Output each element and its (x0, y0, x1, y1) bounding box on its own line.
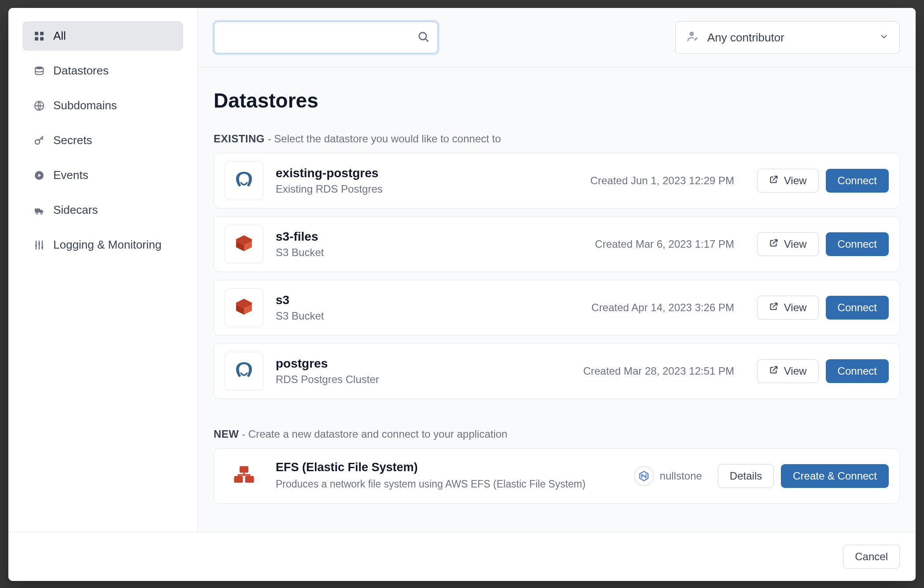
view-label: View (784, 301, 807, 314)
datastore-name: existing-postgres (276, 166, 425, 180)
view-button[interactable]: View (757, 232, 819, 256)
sidebar-item-events[interactable]: Events (22, 160, 183, 190)
sidebar-item-logging[interactable]: Logging & Monitoring (22, 230, 183, 260)
sidebar-item-label: Sidecars (53, 203, 98, 217)
sidebar-item-label: Logging & Monitoring (53, 238, 162, 252)
connect-button[interactable]: Connect (826, 169, 889, 193)
card-actions: View Connect (757, 359, 889, 383)
datastore-type: S3 Bucket (276, 310, 425, 322)
grid-icon (33, 31, 45, 41)
card-actions: View Connect (757, 232, 889, 256)
datastore-created: Created Mar 28, 2023 12:51 PM (438, 365, 745, 377)
card-info: existing-postgres Existing RDS Postgres (276, 166, 425, 195)
postgres-icon (225, 352, 263, 391)
details-button[interactable]: Details (718, 464, 774, 488)
datastore-type: S3 Bucket (276, 246, 425, 259)
chevron-down-icon (879, 32, 889, 43)
card-actions: View Connect (757, 169, 889, 193)
sidebar: All Datastores Subdomains Secrets Events (8, 8, 198, 532)
modal-backdrop: All Datastores Subdomains Secrets Events (0, 0, 924, 588)
sidebar-item-label: Secrets (53, 134, 92, 147)
external-link-icon (769, 365, 779, 377)
view-label: View (784, 365, 807, 377)
datastore-created: Created Jun 1, 2023 12:29 PM (438, 175, 745, 187)
s3-icon (225, 225, 263, 264)
postgres-icon (225, 161, 263, 200)
datastore-name: postgres (276, 357, 425, 371)
globe-icon (33, 100, 45, 111)
new-datastore-card: EFS (Elastic File System) Produces a net… (214, 448, 900, 504)
card-info: EFS (Elastic File System) Produces a net… (276, 461, 585, 491)
card-info: postgres RDS Postgres Cluster (276, 357, 425, 386)
efs-icon (225, 457, 263, 495)
card-actions: View Connect (757, 296, 889, 320)
settings-sliders-icon (33, 240, 45, 250)
contributor-label: Any contributor (707, 31, 871, 45)
main-panel: Any contributor Datastores EXISTING - Se… (198, 8, 916, 532)
search-wrap (214, 21, 438, 54)
view-label: View (784, 238, 807, 250)
sidebar-item-label: All (53, 29, 66, 43)
sidebar-item-secrets[interactable]: Secrets (22, 126, 183, 155)
external-link-icon (769, 238, 779, 250)
create-connect-button[interactable]: Create & Connect (781, 464, 889, 488)
provider-badge: nullstone (634, 466, 702, 486)
main-content: Datastores EXISTING - Select the datasto… (198, 67, 916, 532)
main-header: Any contributor (198, 8, 916, 67)
main-scroll[interactable]: Any contributor Datastores EXISTING - Se… (198, 8, 916, 532)
user-edit-icon (686, 30, 699, 45)
connect-button[interactable]: Connect (826, 359, 889, 383)
sidebar-item-subdomains[interactable]: Subdomains (22, 91, 183, 120)
play-icon (33, 170, 45, 181)
connect-button[interactable]: Connect (826, 232, 889, 256)
datastore-type: RDS Postgres Cluster (276, 373, 425, 386)
s3-icon (225, 288, 263, 327)
view-button[interactable]: View (757, 169, 819, 193)
sidebar-item-sidecars[interactable]: Sidecars (22, 195, 183, 225)
datastore-type: Existing RDS Postgres (276, 183, 425, 195)
search-icon (417, 30, 429, 45)
datastore-created: Created Apr 14, 2023 3:26 PM (438, 301, 745, 314)
view-label: View (784, 175, 807, 187)
capability-modal: All Datastores Subdomains Secrets Events (8, 8, 916, 581)
sidebar-item-label: Subdomains (53, 99, 117, 112)
datastore-card: postgres RDS Postgres Cluster Created Ma… (214, 343, 900, 399)
connect-button[interactable]: Connect (826, 296, 889, 320)
provider-label: nullstone (660, 470, 702, 482)
cancel-button[interactable]: Cancel (843, 545, 900, 569)
new-datastore-name: EFS (Elastic File System) (276, 461, 585, 474)
new-section-label: NEW - Create a new datastore and connect… (214, 428, 900, 440)
datastore-card: s3 S3 Bucket Created Apr 14, 2023 3:26 P… (214, 280, 900, 335)
datastore-name: s3 (276, 293, 425, 307)
datastore-name: s3-files (276, 230, 425, 244)
datastore-card: existing-postgres Existing RDS Postgres … (214, 153, 900, 208)
search-input[interactable] (214, 21, 438, 54)
datastore-created: Created Mar 6, 2023 1:17 PM (438, 238, 745, 250)
new-datastore-description: Produces a network file system using AWS… (276, 477, 585, 491)
sidebar-item-all[interactable]: All (22, 21, 183, 51)
datastore-card: s3-files S3 Bucket Created Mar 6, 2023 1… (214, 216, 900, 272)
page-title: Datastores (214, 89, 900, 112)
modal-body: All Datastores Subdomains Secrets Events (8, 8, 916, 532)
view-button[interactable]: View (757, 296, 819, 320)
database-icon (33, 66, 45, 76)
modal-footer: Cancel (8, 532, 916, 581)
key-icon (33, 135, 45, 146)
sidebar-item-datastores[interactable]: Datastores (22, 56, 183, 86)
card-actions: Details Create & Connect (718, 464, 889, 488)
sidebar-item-label: Events (53, 168, 89, 182)
external-link-icon (769, 301, 779, 314)
card-info: s3 S3 Bucket (276, 293, 425, 322)
existing-section-label: EXISTING - Select the datastore you woul… (214, 133, 900, 145)
sidebar-item-label: Datastores (53, 64, 109, 78)
nullstone-icon (634, 466, 654, 486)
view-button[interactable]: View (757, 359, 819, 383)
contributor-select[interactable]: Any contributor (675, 21, 900, 54)
card-info: s3-files S3 Bucket (276, 230, 425, 259)
external-link-icon (769, 175, 779, 187)
truck-icon (33, 205, 45, 216)
